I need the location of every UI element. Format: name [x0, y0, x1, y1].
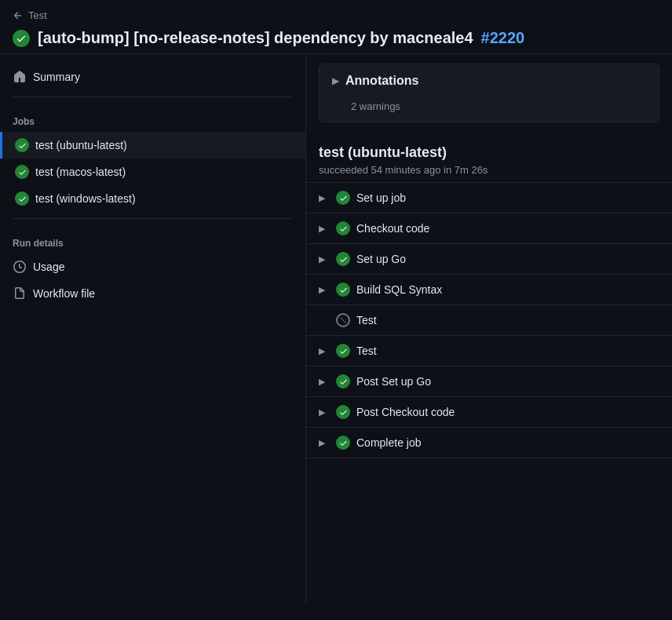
step-item-complete-job[interactable]: ▶ Complete job: [306, 428, 672, 458]
summary-label: Summary: [33, 71, 80, 83]
step-chevron-icon: ▶: [319, 224, 330, 234]
checkmark-icon: [16, 33, 27, 44]
step-checkmark: [339, 194, 348, 202]
step-label: Test: [356, 314, 377, 326]
step-success-icon: [336, 344, 350, 358]
divider-1: [13, 97, 293, 97]
success-icon: [13, 30, 30, 47]
sidebar-item-macos[interactable]: test (macos-latest): [0, 159, 305, 185]
job-checkmark: [18, 168, 27, 177]
page-header: Test [auto-bump] [no-release-notes] depe…: [0, 0, 672, 54]
file-icon: [13, 286, 27, 301]
workflow-label: Workflow file: [33, 287, 95, 300]
step-checkmark: [339, 439, 348, 447]
sidebar-item-ubuntu[interactable]: test (ubuntu-latest): [0, 132, 305, 159]
sidebar: Summary Jobs test (ubuntu-latest) test (…: [0, 54, 306, 604]
pr-number[interactable]: #2220: [481, 29, 525, 47]
job-success-icon: [15, 138, 29, 152]
step-label: Set up Go: [356, 253, 406, 265]
annotations-box: ▶ Annotations 2 warnings: [319, 64, 659, 122]
step-label: Checkout code: [356, 222, 429, 235]
step-item-post-checkout-code[interactable]: ▶ Post Checkout code: [306, 397, 672, 428]
annotations-chevron-icon: ▶: [332, 75, 339, 86]
step-success-icon: [336, 374, 350, 388]
back-link[interactable]: Test: [13, 9, 659, 21]
home-svg: [13, 71, 26, 83]
step-item-checkout-code[interactable]: ▶ Checkout code: [306, 213, 672, 244]
step-chevron-icon: ▶: [319, 193, 330, 203]
step-label: Post Set up Go: [356, 375, 431, 388]
step-checkmark: [339, 224, 348, 233]
step-label: Set up job: [356, 191, 406, 204]
step-checkmark: [339, 347, 348, 356]
title-text: [auto-bump] [no-release-notes] dependenc…: [38, 29, 473, 47]
sidebar-item-windows[interactable]: test (windows-latest): [0, 185, 305, 212]
steps-list: ▶ Set up job ▶ Checkout code ▶ Set up Go…: [306, 183, 672, 458]
page-title: [auto-bump] [no-release-notes] dependenc…: [13, 29, 659, 47]
step-item-setup-go[interactable]: ▶ Set up Go: [306, 244, 672, 275]
job-subtitle: succeeded 54 minutes ago in 7m 26s: [319, 164, 659, 176]
usage-label: Usage: [33, 261, 64, 273]
step-chevron-icon: ▶: [319, 346, 330, 356]
sidebar-item-usage[interactable]: Usage: [0, 253, 305, 280]
back-arrow-icon: [13, 10, 24, 21]
home-icon: [13, 70, 27, 84]
step-checkmark: [339, 408, 348, 417]
step-checkmark: [339, 255, 348, 264]
main-content: ▶ Annotations 2 warnings test (ubuntu-la…: [306, 54, 672, 604]
step-checkmark: [339, 286, 348, 294]
step-chevron-icon: ▶: [319, 407, 330, 418]
step-success-icon: [336, 405, 350, 419]
job-label: test (macos-latest): [35, 166, 126, 178]
clock-svg: [13, 261, 26, 273]
step-label: Test: [356, 345, 377, 357]
step-item-setup-job[interactable]: ▶ Set up job: [306, 183, 672, 213]
step-chevron-icon: ▶: [319, 438, 330, 448]
step-item-test[interactable]: ▶ Test: [306, 336, 672, 367]
job-label: test (ubuntu-latest): [35, 139, 127, 151]
job-success-icon: [15, 165, 29, 179]
step-success-icon: [336, 221, 350, 235]
sidebar-item-workflow[interactable]: Workflow file: [0, 280, 305, 307]
step-item-test-skipped[interactable]: Test: [306, 305, 672, 336]
main-layout: Summary Jobs test (ubuntu-latest) test (…: [0, 54, 672, 604]
jobs-list: test (ubuntu-latest) test (macos-latest)…: [0, 132, 305, 212]
file-svg: [13, 287, 26, 300]
annotations-header[interactable]: ▶ Annotations: [320, 64, 659, 97]
job-success-icon: [15, 191, 29, 206]
step-success-icon: [336, 191, 350, 205]
step-item-post-setup-go[interactable]: ▶ Post Set up Go: [306, 367, 672, 397]
step-skipped-icon: [336, 313, 350, 327]
step-checkmark: [339, 377, 348, 386]
back-label: Test: [28, 9, 47, 21]
job-checkmark: [18, 141, 27, 150]
step-chevron-icon: ▶: [319, 285, 330, 295]
jobs-section-label: Jobs: [0, 104, 305, 132]
step-success-icon: [336, 283, 350, 297]
job-label: test (windows-latest): [35, 192, 136, 205]
step-label: Post Checkout code: [356, 406, 455, 418]
step-success-icon: [336, 252, 350, 266]
step-label: Complete job: [356, 436, 422, 449]
step-slash-svg: [339, 316, 347, 324]
divider-2: [13, 218, 293, 219]
step-success-icon: [336, 436, 350, 450]
job-checkmark: [18, 195, 27, 203]
step-label: Build SQL Syntax: [356, 283, 442, 296]
job-title: test (ubuntu-latest): [319, 144, 659, 161]
sidebar-summary[interactable]: Summary: [0, 64, 305, 90]
step-chevron-icon: ▶: [319, 377, 330, 387]
annotations-title: Annotations: [345, 74, 418, 88]
run-details-label: Run details: [0, 225, 305, 253]
step-chevron-icon: ▶: [319, 254, 330, 264]
job-header: test (ubuntu-latest) succeeded 54 minute…: [306, 132, 672, 183]
clock-icon: [13, 260, 27, 274]
annotations-subtitle: 2 warnings: [320, 97, 659, 122]
step-item-build-sql-syntax[interactable]: ▶ Build SQL Syntax: [306, 275, 672, 305]
